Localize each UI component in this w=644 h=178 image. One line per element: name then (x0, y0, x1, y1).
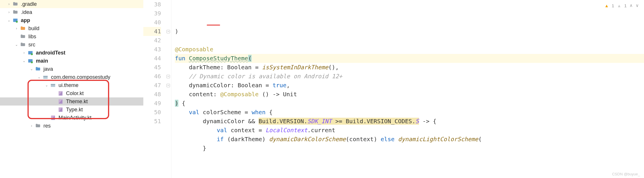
fold-gutter[interactable]: −−− (166, 0, 171, 178)
tree-label: build (28, 26, 39, 32)
tree-label: ui.theme (58, 82, 78, 88)
code-line[interactable]: if (darkTheme) dynamicDarkColorScheme(co… (175, 135, 644, 144)
line-number[interactable]: 50 (143, 108, 161, 117)
tree-label: .idea (21, 9, 32, 15)
tree-label: main (36, 58, 48, 64)
chevron-right-icon[interactable]: › (29, 123, 34, 128)
folder-gray-icon (12, 9, 19, 15)
tree-row[interactable]: ⌄src (0, 41, 143, 49)
folder-orange-icon (20, 25, 26, 32)
line-number-gutter[interactable]: 3839404142434445464748495051 (143, 0, 166, 178)
code-line[interactable]: } (175, 144, 644, 153)
line-number[interactable]: 51 (143, 117, 161, 126)
line-number[interactable]: 45 (143, 63, 161, 72)
code-line[interactable]: val colorScheme = when { (175, 108, 644, 117)
kt-file-icon (57, 90, 64, 97)
tree-label: res (43, 123, 51, 129)
fold-toggle-icon[interactable]: − (167, 75, 170, 78)
tree-label: libs (28, 34, 36, 40)
tree-row[interactable]: ⌄ui.theme (0, 81, 143, 89)
code-line[interactable]: val context = LocalContext.current (175, 126, 644, 135)
chevron-down-icon[interactable]: ⌄ (29, 66, 34, 72)
code-line[interactable]: // Dynamic color is available on Android… (175, 72, 644, 81)
code-line[interactable]: ) (175, 27, 644, 36)
package-icon (50, 82, 56, 88)
code-line[interactable]: ) { (175, 99, 644, 108)
tree-row[interactable]: ›res (0, 122, 143, 130)
tree-row[interactable]: ›.gradle (0, 0, 143, 8)
line-number[interactable]: 39 (143, 9, 161, 18)
folder-gray-icon (12, 1, 19, 7)
line-number[interactable]: 42 (143, 36, 161, 45)
line-number[interactable]: 46 (143, 72, 161, 81)
folder-gray-icon (35, 123, 41, 129)
module-icon (27, 58, 34, 64)
chevron-down-icon[interactable]: ⌄ (36, 75, 42, 80)
line-number[interactable]: 40 (143, 18, 161, 27)
tree-row[interactable]: ⌄com.demo.composestudy (0, 73, 143, 81)
tree-row[interactable]: ⌄main (0, 57, 143, 65)
kt-file-icon (57, 98, 64, 105)
module-icon (12, 17, 19, 23)
tree-row[interactable]: Color.kt (0, 89, 143, 97)
chevron-down-icon[interactable]: ⌄ (6, 18, 12, 23)
line-number[interactable]: 49 (143, 99, 161, 108)
package-icon (42, 74, 49, 80)
tree-row[interactable]: Theme.kt (0, 97, 143, 106)
tree-label: MainActivity.kt (58, 115, 92, 121)
folder-gray-icon (20, 41, 26, 48)
tree-label: androidTest (36, 50, 65, 56)
code-line[interactable]: dynamicColor && Build.VERSION.SDK_INT >=… (175, 117, 644, 126)
tree-label: app (21, 17, 30, 23)
fold-toggle-icon[interactable]: − (167, 30, 170, 33)
line-number[interactable]: 47 (143, 81, 161, 90)
chevron-right-icon[interactable]: › (14, 26, 19, 31)
chevron-down-icon[interactable]: ⌄ (21, 58, 27, 63)
line-number[interactable]: 44 (143, 54, 161, 63)
project-tree-panel: ›.gradle›.idea⌄app›buildlibs⌄src›android… (0, 0, 143, 178)
fold-toggle-icon[interactable]: − (167, 84, 170, 87)
line-number[interactable]: 38 (143, 0, 161, 9)
tree-label: src (28, 42, 35, 48)
chevron-right-icon[interactable]: › (6, 1, 12, 7)
chevron-right-icon[interactable]: › (6, 10, 12, 15)
tree-row[interactable]: MainActivity.kt (0, 114, 143, 122)
tree-row[interactable]: ›androidTest (0, 49, 143, 57)
tree-label: Type.kt (66, 107, 83, 113)
kt-file-icon (50, 115, 56, 121)
code-editor[interactable]: )@Composablefun ComposeStudyTheme( darkT… (171, 0, 644, 178)
folder-blue-icon (35, 66, 41, 72)
folder-gray-icon (20, 33, 26, 40)
code-line[interactable]: darkTheme: Boolean = isSystemInDarkTheme… (175, 63, 644, 72)
kt-file-icon (57, 106, 64, 113)
tree-row[interactable]: ⌄app (0, 16, 143, 24)
chevron-right-icon[interactable]: › (21, 50, 27, 55)
chevron-down-icon[interactable]: ⌄ (44, 83, 49, 88)
tree-label: Theme.kt (66, 99, 88, 105)
line-number[interactable]: 43 (143, 45, 161, 54)
tree-label: java (43, 66, 53, 72)
module-icon (27, 50, 34, 56)
tree-row[interactable]: ›build (0, 24, 143, 32)
tree-row[interactable]: ›.idea (0, 8, 143, 16)
line-number[interactable]: 48 (143, 90, 161, 99)
code-line[interactable]: content: @Composable () -> Unit (175, 90, 644, 99)
line-number[interactable]: 41 (143, 27, 161, 36)
watermark: CSDN @buyue_ (612, 172, 640, 176)
tree-row[interactable]: ⌄java (0, 65, 143, 73)
tree-row[interactable]: Type.kt (0, 106, 143, 114)
editor-panel: ▲ 1 ▲ 1 ∧ ∨ 3839404142434445464748495051… (143, 0, 644, 178)
tree-label: com.demo.composestudy (51, 74, 110, 80)
annotation-underline (207, 25, 220, 26)
tree-label: Color.kt (66, 90, 84, 97)
code-line[interactable]: @Composable (175, 45, 644, 54)
chevron-down-icon[interactable]: ⌄ (14, 42, 19, 47)
tree-row[interactable]: libs (0, 32, 143, 41)
code-line[interactable]: fun ComposeStudyTheme( (175, 54, 644, 63)
tree-label: .gradle (21, 1, 37, 7)
code-line[interactable] (175, 36, 644, 45)
code-line[interactable]: dynamicColor: Boolean = true, (175, 81, 644, 90)
